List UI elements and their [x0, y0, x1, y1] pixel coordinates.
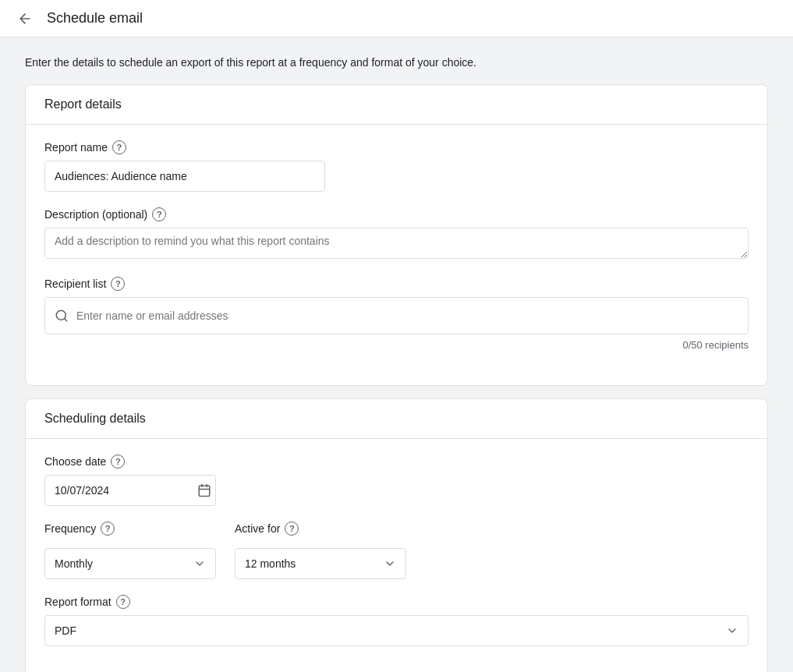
report-format-help-icon[interactable]: ?	[116, 595, 130, 609]
report-details-header: Report details	[26, 85, 767, 125]
date-input-container[interactable]	[44, 475, 216, 506]
description-help-icon[interactable]: ?	[152, 207, 166, 221]
report-details-title: Report details	[44, 97, 122, 111]
report-format-select[interactable]: PDF CSV Excel	[55, 624, 726, 637]
description-label: Description (optional) ?	[44, 207, 749, 221]
recipient-search-container[interactable]	[44, 297, 749, 334]
recipient-list-label: Recipient list ?	[44, 277, 749, 291]
frequency-activfor-row: Frequency ? Daily Weekly Monthly	[44, 522, 749, 579]
frequency-dropdown-arrow-icon	[193, 557, 206, 570]
scheduling-details-title: Scheduling details	[44, 412, 146, 425]
recipients-count: 0/50 recipients	[44, 339, 749, 351]
scheduling-details-header: Scheduling details	[26, 399, 767, 439]
recipient-list-help-icon[interactable]: ?	[111, 277, 125, 291]
search-icon	[55, 309, 69, 323]
frequency-group: Frequency ? Daily Weekly Monthly	[44, 522, 216, 579]
report-format-label: Report format ?	[44, 595, 749, 609]
choose-date-help-icon[interactable]: ?	[111, 454, 125, 469]
back-button[interactable]	[12, 6, 37, 31]
recipient-search-input[interactable]	[76, 309, 738, 322]
report-name-help-icon[interactable]: ?	[112, 140, 126, 154]
svg-rect-1	[199, 486, 210, 497]
active-for-label: Active for ?	[235, 522, 406, 536]
back-arrow-icon	[17, 11, 33, 27]
date-input[interactable]	[55, 484, 191, 497]
report-name-group: Report name ?	[44, 140, 749, 192]
active-for-select-container[interactable]: 1 month 3 months 6 months 12 months Fore…	[235, 548, 406, 579]
calendar-icon[interactable]	[197, 483, 211, 497]
choose-date-label: Choose date ?	[44, 454, 749, 469]
frequency-select-container[interactable]: Daily Weekly Monthly	[44, 548, 216, 579]
page-title: Schedule email	[47, 10, 143, 27]
frequency-help-icon[interactable]: ?	[101, 522, 115, 536]
report-details-body: Report name ? Description (optional) ? R…	[26, 125, 767, 385]
active-for-help-icon[interactable]: ?	[285, 522, 299, 536]
active-for-group: Active for ? 1 month 3 months 6 months 1…	[235, 522, 406, 579]
report-details-card: Report details Report name ? Description…	[25, 84, 768, 386]
frequency-label: Frequency ?	[44, 522, 216, 536]
report-format-group: Report format ? PDF CSV Excel	[44, 595, 749, 646]
description-group: Description (optional) ?	[44, 207, 749, 261]
scheduling-details-body: Choose date ?	[26, 439, 767, 672]
report-format-select-container[interactable]: PDF CSV Excel	[44, 615, 749, 646]
active-for-select[interactable]: 1 month 3 months 6 months 12 months Fore…	[245, 557, 384, 570]
choose-date-group: Choose date ?	[44, 454, 749, 506]
description-input[interactable]	[44, 228, 749, 259]
report-name-input[interactable]	[44, 161, 325, 192]
intro-text: Enter the details to schedule an export …	[25, 56, 768, 69]
header: Schedule email	[0, 0, 793, 37]
report-format-dropdown-arrow-icon	[726, 624, 738, 637]
active-for-dropdown-arrow-icon	[384, 557, 396, 570]
report-name-label: Report name ?	[44, 140, 749, 154]
recipient-list-group: Recipient list ? 0/50 recipients	[44, 277, 749, 351]
main-content: Enter the details to schedule an export …	[0, 37, 793, 672]
scheduling-details-card: Scheduling details Choose date ?	[25, 398, 768, 672]
frequency-select[interactable]: Daily Weekly Monthly	[55, 557, 193, 570]
